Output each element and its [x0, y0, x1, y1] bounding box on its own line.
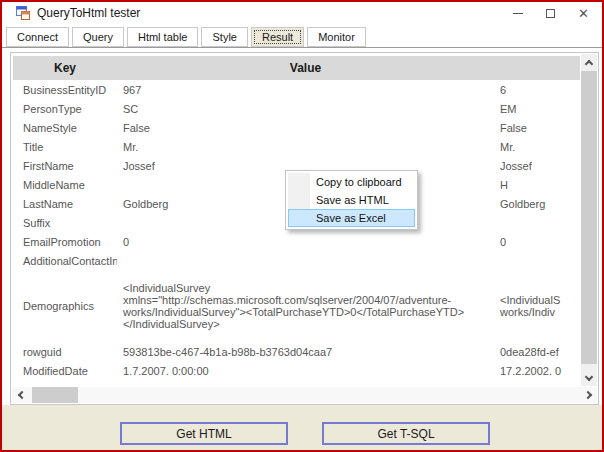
footer-panel: Get HTML Get T-SQL	[2, 405, 602, 450]
table-row[interactable]: TitleMr.Mr.	[13, 137, 580, 156]
table-row[interactable]: PersonTypeSCEM	[13, 99, 580, 118]
close-icon: ✕	[578, 7, 589, 20]
row-value: 17.2.2002. 0	[494, 365, 580, 377]
chevron-left-icon	[17, 391, 25, 399]
context-menu: Copy to clipboardSave as HTMLSave as Exc…	[285, 170, 418, 230]
maximize-button[interactable]	[534, 2, 567, 24]
tab-strip: ConnectQueryHtml tableStyleResultMonitor	[6, 27, 366, 47]
row-key: FirstName	[13, 160, 117, 172]
row-key: Suffix	[13, 217, 117, 229]
table-row[interactable]: AdditionalContactInfo	[13, 251, 580, 270]
scroll-down-button[interactable]	[581, 370, 597, 386]
minimize-icon	[513, 13, 523, 14]
menu-item-copy-to-clipboard[interactable]: Copy to clipboard	[288, 173, 415, 191]
row-key: rowguid	[13, 346, 117, 358]
table-row[interactable]: NameStyleFalseFalse	[13, 118, 580, 137]
row-key: ModifiedDate	[13, 365, 117, 377]
row-key: EmailPromotion	[13, 236, 117, 248]
row-value: 593813be-c467-4b1a-b98b-b3763d04caa7	[117, 346, 494, 358]
chevron-down-icon	[585, 372, 593, 380]
horizontal-scrollbar-thumb[interactable]	[32, 387, 78, 403]
row-value: False	[117, 122, 494, 134]
table-row[interactable]: Demographics<IndividualSurvey xmlns="htt…	[13, 270, 580, 342]
row-key: MiddleName	[13, 179, 117, 191]
column-header-key: Key	[13, 61, 117, 75]
horizontal-scrollbar[interactable]	[12, 387, 597, 403]
scroll-left-button[interactable]	[12, 387, 28, 403]
table-row[interactable]: ModifiedDate1.7.2007. 0:00:0017.2.2002. …	[13, 361, 580, 380]
window-title: QueryToHtml tester	[37, 6, 140, 20]
row-value: 0	[494, 236, 580, 248]
scroll-up-button[interactable]	[581, 54, 597, 70]
row-value: 1.7.2007. 0:00:00	[117, 365, 494, 377]
row-key: PersonType	[13, 103, 117, 115]
maximize-icon	[546, 9, 555, 18]
tab-monitor[interactable]: Monitor	[307, 27, 366, 47]
row-value: EM	[494, 103, 580, 115]
tab-html-table[interactable]: Html table	[127, 27, 199, 47]
row-value: <IndividualS works/Indiv	[494, 294, 580, 318]
menu-item-save-as-html[interactable]: Save as HTML	[288, 191, 415, 209]
row-value: H	[494, 179, 580, 191]
row-value: 0	[117, 236, 494, 248]
row-key: BusinessEntityID	[13, 84, 117, 96]
tab-connect[interactable]: Connect	[6, 27, 69, 47]
scroll-right-button[interactable]	[581, 387, 597, 403]
tab-query[interactable]: Query	[72, 27, 124, 47]
row-value: Goldberg	[494, 198, 580, 210]
row-key: NameStyle	[13, 122, 117, 134]
table-row[interactable]: rowguid593813be-c467-4b1a-b98b-b3763d04c…	[13, 342, 580, 361]
column-header-value: Value	[117, 61, 494, 75]
table-body: BusinessEntityID9676PersonTypeSCEMNameSt…	[13, 80, 580, 380]
row-key: AdditionalContactInfo	[13, 255, 117, 267]
table-row[interactable]: BusinessEntityID9676	[13, 80, 580, 99]
window-titlebar[interactable]: QueryToHtml tester ✕	[2, 2, 602, 24]
window-controls: ✕	[501, 2, 600, 24]
vertical-scrollbar[interactable]	[581, 54, 597, 386]
tab-result[interactable]: Result	[251, 27, 304, 47]
row-key: LastName	[13, 198, 117, 210]
row-value: False	[494, 122, 580, 134]
row-value: <IndividualSurvey xmlns="http://schemas.…	[117, 282, 494, 330]
vertical-scrollbar-thumb[interactable]	[581, 71, 597, 364]
get-tsql-button[interactable]: Get T-SQL	[322, 422, 490, 445]
row-value: SC	[117, 103, 494, 115]
menu-item-save-as-excel[interactable]: Save as Excel	[288, 209, 415, 227]
app-window: { "window": { "title": "QueryToHtml test…	[0, 0, 604, 452]
row-key: Title	[13, 141, 117, 153]
minimize-button[interactable]	[501, 2, 534, 24]
table-header-row: Key Value	[13, 56, 580, 80]
row-value: Jossef	[494, 160, 580, 172]
app-icon	[16, 6, 30, 20]
get-html-button[interactable]: Get HTML	[120, 422, 288, 445]
row-value: 967	[117, 84, 494, 96]
close-button[interactable]: ✕	[567, 2, 600, 24]
row-key: Demographics	[13, 300, 117, 312]
row-value: Mr.	[494, 141, 580, 153]
row-value: 0dea28fd-ef	[494, 346, 580, 358]
row-value: Mr.	[117, 141, 494, 153]
tab-strip-divider	[2, 47, 602, 48]
chevron-right-icon	[583, 391, 591, 399]
row-value: 6	[494, 84, 580, 96]
table-row[interactable]: EmailPromotion00	[13, 232, 580, 251]
tab-style[interactable]: Style	[201, 27, 247, 47]
chevron-up-icon	[585, 59, 593, 67]
